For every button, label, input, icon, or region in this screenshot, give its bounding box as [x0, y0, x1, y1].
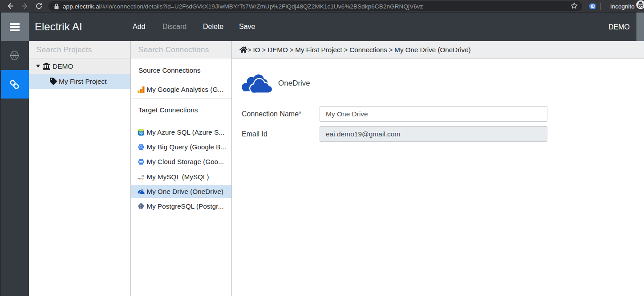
svg-text:SQL: SQL: [138, 132, 143, 135]
svg-text:SQL: SQL: [140, 177, 145, 180]
